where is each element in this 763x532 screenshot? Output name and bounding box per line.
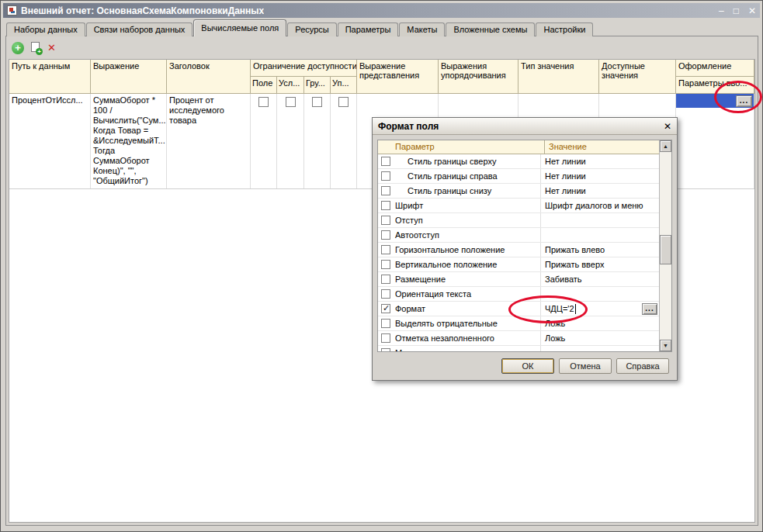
title-bar: Внешний отчет: ОсновнаяСхемаКомпоновкиДа… (3, 3, 760, 18)
param-checkbox[interactable] (381, 230, 390, 240)
list-item: Размещение Забивать (378, 272, 659, 287)
cell-restriction-order (331, 94, 357, 188)
col-header-available-values: Доступные значения (599, 60, 676, 94)
cancel-button[interactable]: Отмена (559, 358, 612, 374)
col-header-value-type: Тип значения (518, 60, 599, 94)
list-item: Вертикальное положение Прижать вверх (378, 257, 659, 272)
app-window: Внешний отчет: ОсновнаяСхемаКомпоновкиДа… (0, 0, 763, 532)
group-checkbox[interactable] (312, 97, 322, 107)
report-icon (7, 5, 17, 16)
delete-icon[interactable]: ✕ (47, 42, 56, 54)
check-icon: ✓ (383, 303, 390, 313)
dialog-buttons: ОК Отмена Справка (501, 358, 669, 374)
window-controls: – □ ✕ (719, 6, 756, 16)
tab-nested-schemas[interactable]: Вложенные схемы (446, 22, 535, 36)
list-item: Стиль границы сверху Нет линии (378, 154, 659, 169)
annotation-circle-format-value (508, 295, 588, 323)
cell-title[interactable]: Процент от исследуемого товара (167, 94, 251, 188)
ok-button[interactable]: ОК (501, 358, 554, 374)
col-header-availability-restriction: Ограничение доступности Поле Усл... Гру.… (251, 60, 357, 94)
param-checkbox[interactable] (381, 186, 390, 195)
tab-parameters[interactable]: Параметры (338, 22, 399, 36)
help-button[interactable]: Справка (616, 358, 669, 374)
param-checkbox[interactable] (381, 260, 390, 269)
format-checkbox[interactable]: ✓ (381, 304, 390, 313)
maximize-icon[interactable]: □ (734, 6, 739, 16)
annotation-circle-appearance-ellipsis (714, 81, 762, 113)
tab-strip: Наборы данных Связи наборов данных Вычис… (6, 19, 594, 36)
close-icon[interactable]: ✕ (748, 6, 756, 16)
tab-data-sets[interactable]: Наборы данных (6, 22, 85, 36)
param-checkbox[interactable] (381, 275, 390, 284)
grid-header: Путь к данным Выражение Заголовок Ограни… (9, 60, 754, 94)
cell-data-path[interactable]: ПроцентОтИссл... (9, 94, 91, 188)
subcol-header-group: Гру... (304, 77, 331, 93)
param-checkbox[interactable] (381, 319, 390, 328)
order-checkbox[interactable] (338, 97, 349, 107)
col-header-presentation-expression: Выражение представления (357, 60, 439, 94)
cell-expression[interactable]: СуммаОборот * 100 / Вычислить("Сум... Ко… (91, 94, 167, 188)
tab-resources[interactable]: Ресурсы (287, 22, 336, 36)
param-checkbox[interactable] (381, 348, 390, 351)
tab-calculated-fields[interactable]: Вычисляемые поля (193, 19, 286, 36)
list-item: Отметка незаполненного Ложь (378, 331, 659, 346)
tab-data-set-links[interactable]: Связи наборов данных (86, 22, 193, 36)
param-checkbox[interactable] (381, 245, 390, 254)
minimize-icon[interactable]: – (719, 6, 724, 16)
cell-restriction-condition (277, 94, 304, 188)
vertical-scrollbar[interactable]: ▲ ▼ (659, 140, 671, 351)
window-title: Внешний отчет: ОсновнаяСхемаКомпоновкиДа… (21, 5, 264, 16)
col-header-parameter: Параметр (378, 140, 545, 154)
format-dialog: Формат поля ✕ Параметр Значение Стиль гр… (372, 117, 678, 381)
param-checkbox[interactable] (381, 333, 390, 343)
subcol-header-condition: Усл... (277, 77, 304, 93)
list-item: Горизонтальное положение Прижать влево (378, 243, 659, 257)
col-header-value: Значение (545, 140, 659, 154)
dialog-title-bar: Формат поля ✕ (373, 118, 677, 135)
list-item: М... (378, 346, 659, 351)
list-item: Шрифт Шрифт диалогов и меню (378, 199, 659, 213)
param-checkbox[interactable] (381, 216, 390, 225)
cell-restriction-field (251, 94, 277, 188)
param-checkbox[interactable] (381, 201, 390, 210)
dialog-close-icon[interactable]: ✕ (664, 122, 671, 131)
toolbar: + + ✕ (9, 38, 56, 57)
plus-badge-icon: + (36, 48, 43, 55)
dialog-title: Формат поля (378, 121, 439, 132)
param-checkbox[interactable] (381, 157, 390, 166)
cell-restriction-group (304, 94, 331, 188)
add-icon[interactable]: + (12, 42, 24, 54)
format-ellipsis-button[interactable]: ... (642, 303, 657, 315)
subcol-header-order: Уп... (331, 77, 357, 93)
list-item: Стиль границы справа Нет линии (378, 169, 659, 184)
tab-settings[interactable]: Настройки (536, 22, 593, 36)
condition-checkbox[interactable] (286, 97, 296, 107)
scroll-down-icon[interactable]: ▼ (660, 340, 671, 351)
param-checkbox[interactable] (381, 289, 390, 299)
list-item: Отступ (378, 213, 659, 228)
scroll-up-icon[interactable]: ▲ (660, 140, 671, 152)
add-copy-icon[interactable]: + (29, 42, 42, 54)
col-header-order-expressions: Выражения упорядочивания (439, 60, 518, 94)
subcol-header-field: Поле (251, 77, 277, 93)
param-checkbox[interactable] (381, 171, 390, 181)
list-item: Автоотступ (378, 228, 659, 243)
list-item: Стиль границы снизу Нет линии (378, 184, 659, 199)
col-header-data-path: Путь к данным (9, 60, 91, 94)
scrollbar-thumb[interactable] (660, 235, 671, 264)
tab-layouts[interactable]: Макеты (399, 22, 445, 36)
col-header-expression: Выражение (91, 60, 167, 94)
col-header-title: Заголовок (167, 60, 251, 94)
parameters-table-header: Параметр Значение (378, 140, 659, 154)
field-checkbox[interactable] (258, 97, 269, 107)
